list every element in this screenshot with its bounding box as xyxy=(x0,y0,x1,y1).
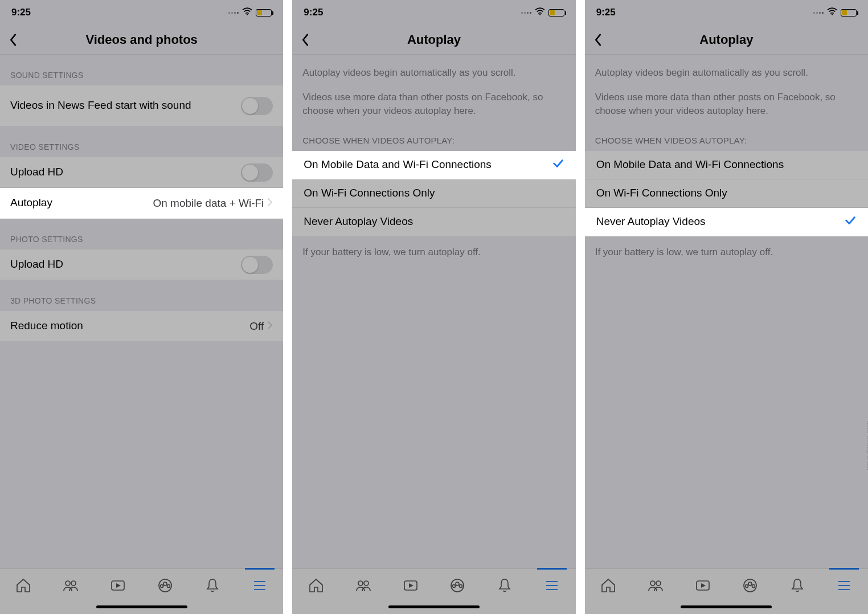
tab-menu[interactable] xyxy=(541,576,563,595)
option-wifi-only[interactable]: On Wi-Fi Connections Only xyxy=(585,179,868,208)
tab-notifications[interactable] xyxy=(786,576,809,595)
status-time: 9:25 xyxy=(11,7,31,18)
cell-signal-icon xyxy=(813,12,824,14)
tab-groups[interactable] xyxy=(154,576,177,595)
option-label: Never Autoplay Videos xyxy=(596,215,706,228)
option-never[interactable]: Never Autoplay Videos xyxy=(292,208,575,236)
option-wifi-only[interactable]: On Wi-Fi Connections Only xyxy=(292,179,575,208)
cell-signal-icon xyxy=(228,12,239,14)
option-label: Never Autoplay Videos xyxy=(304,215,413,228)
autoplay-desc-2: Videos use more data than other posts on… xyxy=(585,84,868,122)
tab-watch[interactable] xyxy=(691,576,714,595)
row-value: On mobile data + Wi-Fi xyxy=(153,197,264,210)
home-indicator xyxy=(96,605,187,608)
tab-friends[interactable] xyxy=(644,576,667,595)
row-label: Videos in News Feed start with sound xyxy=(10,99,241,113)
wifi-icon xyxy=(535,7,545,18)
autoplay-desc-1: Autoplay videos begin automatically as y… xyxy=(585,55,868,84)
watermark: www.deuaq.com xyxy=(865,420,868,470)
status-time: 9:25 xyxy=(596,7,616,18)
screen-autoplay-option1: 9:25 Autoplay Autoplay videos begin auto… xyxy=(292,0,575,614)
row-value: Off xyxy=(249,320,264,333)
home-indicator xyxy=(388,605,480,608)
tab-bar xyxy=(292,568,575,614)
autoplay-footer: If your battery is low, we turn autoplay… xyxy=(292,236,575,268)
option-label: On Wi-Fi Connections Only xyxy=(304,187,435,199)
toggle-off-icon[interactable] xyxy=(241,163,273,182)
chevron-right-icon xyxy=(267,320,273,333)
option-label: On Wi-Fi Connections Only xyxy=(596,187,727,199)
page-title: Autoplay xyxy=(292,32,575,47)
wifi-icon xyxy=(242,7,252,18)
status-bar: 9:25 xyxy=(0,0,283,25)
tab-friends[interactable] xyxy=(59,576,82,595)
toggle-off-icon[interactable] xyxy=(241,256,273,274)
check-icon xyxy=(552,157,564,173)
tab-notifications[interactable] xyxy=(493,576,516,595)
status-time: 9:25 xyxy=(304,7,323,18)
section-sound-settings: SOUND SETTINGS xyxy=(0,55,283,85)
option-label: On Mobile Data and Wi-Fi Connections xyxy=(304,158,491,171)
tab-bar xyxy=(0,568,283,614)
nav-header: Autoplay xyxy=(585,25,868,55)
option-mobile-and-wifi[interactable]: On Mobile Data and Wi-Fi Connections xyxy=(292,151,575,179)
cell-signal-icon xyxy=(521,12,531,14)
home-indicator xyxy=(681,605,772,608)
option-never[interactable]: Never Autoplay Videos xyxy=(585,208,868,236)
back-button[interactable] xyxy=(297,31,314,48)
tab-groups[interactable] xyxy=(739,576,761,595)
row-label: Upload HD xyxy=(10,165,241,179)
wifi-icon xyxy=(827,7,837,18)
screen-autoplay-never: 9:25 Autoplay Autoplay videos begin auto… xyxy=(585,0,868,614)
row-label: Autoplay xyxy=(10,196,153,210)
tab-friends[interactable] xyxy=(352,576,375,595)
screen-videos-and-photos: 9:25 Videos and photos SOUND SETTINGS Vi… xyxy=(0,0,283,614)
tab-watch[interactable] xyxy=(107,576,129,595)
choose-header: CHOOSE WHEN VIDEOS AUTOPLAY: xyxy=(292,122,575,151)
tab-notifications[interactable] xyxy=(201,576,224,595)
row-videos-sound[interactable]: Videos in News Feed start with sound xyxy=(0,85,283,126)
section-photo-settings: PHOTO SETTINGS xyxy=(0,219,283,249)
tab-home[interactable] xyxy=(597,576,620,595)
tab-menu[interactable] xyxy=(248,576,271,595)
toggle-off-icon[interactable] xyxy=(241,97,273,115)
page-title: Videos and photos xyxy=(0,32,283,47)
row-label: Upload HD xyxy=(10,257,241,272)
autoplay-desc-1: Autoplay videos begin automatically as y… xyxy=(292,55,575,84)
battery-icon xyxy=(841,9,857,17)
option-label: On Mobile Data and Wi-Fi Connections xyxy=(596,158,784,171)
tab-bar xyxy=(585,568,868,614)
tab-watch[interactable] xyxy=(399,576,422,595)
nav-header: Autoplay xyxy=(292,25,575,55)
tab-groups[interactable] xyxy=(446,576,469,595)
row-upload-hd-video[interactable]: Upload HD xyxy=(0,157,283,188)
row-autoplay[interactable]: Autoplay On mobile data + Wi-Fi xyxy=(0,188,283,219)
battery-icon xyxy=(256,9,272,17)
autoplay-footer: If your battery is low, we turn autoplay… xyxy=(585,236,868,268)
tab-menu[interactable] xyxy=(833,576,855,595)
chevron-right-icon xyxy=(267,197,273,210)
battery-icon xyxy=(548,9,564,17)
row-label: Reduce motion xyxy=(10,319,249,333)
choose-header: CHOOSE WHEN VIDEOS AUTOPLAY: xyxy=(585,122,868,151)
status-bar: 9:25 xyxy=(292,0,575,25)
tab-home[interactable] xyxy=(305,576,327,595)
section-video-settings: VIDEO SETTINGS xyxy=(0,126,283,157)
tab-home[interactable] xyxy=(12,576,35,595)
row-upload-hd-photo[interactable]: Upload HD xyxy=(0,249,283,280)
row-reduce-motion[interactable]: Reduce motion Off xyxy=(0,311,283,342)
back-button[interactable] xyxy=(5,31,22,48)
option-mobile-and-wifi[interactable]: On Mobile Data and Wi-Fi Connections xyxy=(585,151,868,179)
back-button[interactable] xyxy=(589,31,607,48)
check-icon xyxy=(844,214,857,230)
page-title: Autoplay xyxy=(585,32,868,47)
section-3d-photo: 3D PHOTO SETTINGS xyxy=(0,280,283,311)
autoplay-desc-2: Videos use more data than other posts on… xyxy=(292,84,575,122)
status-bar: 9:25 xyxy=(585,0,868,25)
nav-header: Videos and photos xyxy=(0,25,283,55)
